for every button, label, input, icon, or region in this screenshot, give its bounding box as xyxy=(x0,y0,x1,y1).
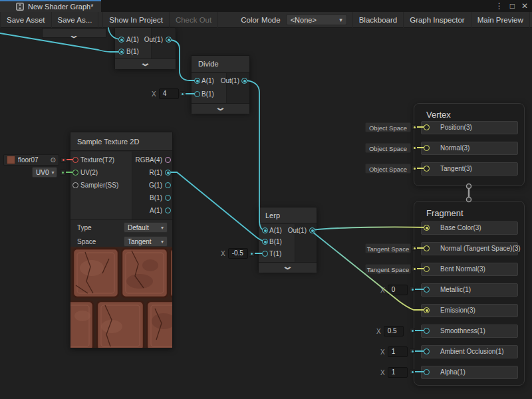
space-pill[interactable]: Object Space xyxy=(365,164,411,174)
window-close-icon[interactable]: ✕ xyxy=(521,0,528,12)
node-collapse-footer[interactable]: ⌄ xyxy=(115,59,176,69)
x-value-input[interactable]: 1 xyxy=(388,346,408,357)
fragment-row-base-color[interactable]: Base Color(3) xyxy=(421,221,518,235)
block-port[interactable] xyxy=(424,328,430,334)
input-port-b[interactable] xyxy=(194,91,200,97)
lerp-t-default-field[interactable]: X -0.5 xyxy=(221,248,248,259)
space-pill[interactable]: Object Space xyxy=(365,122,411,132)
block-port[interactable] xyxy=(424,166,430,172)
output-port-r[interactable] xyxy=(165,170,171,176)
sample-texture-2d-node[interactable]: Sample Texture 2D Texture(T2) UV(2) Samp… xyxy=(70,132,173,348)
input-port-a[interactable] xyxy=(194,78,200,84)
block-port[interactable] xyxy=(424,348,430,354)
uv-channel-dropdown[interactable]: UV0 ▾ xyxy=(32,167,57,178)
vertex-row-position[interactable]: Position(3) xyxy=(421,121,518,134)
input-port-a[interactable] xyxy=(262,227,268,233)
texture-object-field[interactable]: floor07 ⊙ xyxy=(3,154,59,166)
chevron-down-icon[interactable]: ⌄ xyxy=(68,31,79,40)
port-label-a: A(1) xyxy=(269,227,282,235)
input-port-b[interactable] xyxy=(262,239,268,245)
show-in-project-button[interactable]: Show In Project xyxy=(102,12,170,28)
collapsed-node-footer[interactable]: ⌄ xyxy=(42,28,106,38)
block-port[interactable] xyxy=(424,266,430,272)
port-label-uv: UV(2) xyxy=(80,169,98,177)
input-port-uv[interactable] xyxy=(72,170,78,176)
blackboard-toggle-button[interactable]: Blackboard xyxy=(352,12,404,28)
space-dropdown[interactable]: Tangent ▾ xyxy=(124,236,168,247)
output-port-g[interactable] xyxy=(165,182,171,188)
object-picker-icon[interactable]: ⊙ xyxy=(51,156,56,164)
window-more-icon[interactable]: ⋮ xyxy=(495,0,503,12)
fragment-row-emission[interactable]: Emission(3) xyxy=(421,304,518,317)
space-pill[interactable]: Tangent Space xyxy=(365,264,411,274)
type-dropdown[interactable]: Default ▾ xyxy=(124,222,168,233)
x-value-input[interactable]: -0.5 xyxy=(228,248,248,259)
node-title[interactable]: Lerp xyxy=(259,207,317,223)
input-port-sampler[interactable] xyxy=(72,182,78,188)
input-port-t[interactable] xyxy=(262,251,268,257)
row-label: Tangent(3) xyxy=(440,165,472,172)
vertex-block[interactable]: Vertex Position(3) Normal(3) Tangent(3) xyxy=(414,103,525,186)
fragment-row-smoothness[interactable]: Smoothness(1) xyxy=(421,325,518,338)
chevron-down-icon[interactable]: ⌄ xyxy=(140,59,151,67)
x-value-input[interactable]: 1 xyxy=(388,367,408,378)
divide-b-default-field[interactable]: X 4 xyxy=(152,88,179,99)
x-value-input[interactable]: 4 xyxy=(159,88,179,99)
block-port[interactable] xyxy=(424,145,430,151)
metallic-default-field[interactable]: X 0 xyxy=(380,285,408,295)
fragment-row-alpha[interactable]: Alpha(1) xyxy=(421,366,518,379)
block-port[interactable] xyxy=(424,307,430,313)
vertex-row-tangent[interactable]: Tangent(3) xyxy=(421,162,518,176)
port-label-a: A(1) xyxy=(110,207,162,215)
fragment-row-bent-normal[interactable]: Bent Normal(3) xyxy=(421,263,518,276)
input-port-texture[interactable] xyxy=(72,157,78,163)
color-mode-dropdown[interactable]: <None> ▾ xyxy=(286,14,347,25)
space-pill[interactable]: Object Space xyxy=(365,143,411,153)
block-port[interactable] xyxy=(424,287,430,293)
title-bar: New Shader Graph* ⋮ □ ✕ xyxy=(0,0,532,12)
row-label: Metallic(1) xyxy=(440,286,471,293)
output-port-a[interactable] xyxy=(165,207,171,213)
x-value-input[interactable]: 0.5 xyxy=(384,326,404,336)
add-node[interactable]: A(1) B(1) Out(1) ⌄ xyxy=(114,28,176,69)
graph-tab[interactable]: New Shader Graph* xyxy=(0,0,101,12)
output-port[interactable] xyxy=(166,37,172,43)
fragment-row-metallic[interactable]: Metallic(1) xyxy=(421,283,518,297)
smoothness-default-field[interactable]: X 0.5 xyxy=(376,326,404,336)
output-port-b[interactable] xyxy=(165,195,171,201)
block-port[interactable] xyxy=(424,245,430,251)
graph-inspector-toggle-button[interactable]: Graph Inspector xyxy=(404,12,471,28)
output-port-rgba[interactable] xyxy=(165,157,171,163)
ambient-occlusion-default-field[interactable]: X 1 xyxy=(380,346,408,357)
fragment-row-normal[interactable]: Normal (Tangent Space)(3) xyxy=(421,242,518,255)
alpha-default-field[interactable]: X 1 xyxy=(380,367,408,378)
window-maximize-icon[interactable]: □ xyxy=(510,0,515,12)
x-value-input[interactable]: 0 xyxy=(388,285,408,295)
texture-preview xyxy=(70,247,172,348)
input-port-a[interactable] xyxy=(118,37,124,43)
node-collapse-footer[interactable]: ⌄ xyxy=(192,103,249,114)
chevron-down-icon[interactable]: ⌄ xyxy=(215,104,226,112)
input-port-b[interactable] xyxy=(118,49,124,55)
chevron-down-icon: ▾ xyxy=(161,225,164,231)
divide-node[interactable]: Divide A(1) B(1) Out(1) ⌄ xyxy=(191,55,250,113)
save-asset-button[interactable]: Save Asset xyxy=(0,12,52,28)
node-title[interactable]: Divide xyxy=(192,56,249,72)
chevron-down-icon[interactable]: ⌄ xyxy=(282,263,293,271)
block-port[interactable] xyxy=(424,124,430,130)
node-title[interactable]: Sample Texture 2D xyxy=(70,132,172,151)
vertex-row-normal[interactable]: Normal(3) xyxy=(421,142,518,155)
lerp-node[interactable]: Lerp A(1) B(1) T(1) Out(1) ⌄ xyxy=(258,207,317,271)
space-pill[interactable]: Tangent Space xyxy=(365,243,411,253)
shader-graph-window: New Shader Graph* ⋮ □ ✕ Save Asset Save … xyxy=(0,0,532,399)
fragment-row-ambient-occlusion[interactable]: Ambient Occlusion(1) xyxy=(421,345,518,358)
save-as-button[interactable]: Save As... xyxy=(52,12,99,28)
port-label-b: B(1) xyxy=(269,238,282,246)
node-collapse-footer[interactable]: ⌄ xyxy=(259,262,317,273)
main-preview-toggle-button[interactable]: Main Preview xyxy=(471,12,530,28)
output-port[interactable] xyxy=(309,227,315,233)
fragment-block[interactable]: Fragment Base Color(3) Normal (Tangent S… xyxy=(414,201,525,386)
block-port[interactable] xyxy=(424,225,430,231)
output-port[interactable] xyxy=(241,78,247,84)
block-port[interactable] xyxy=(424,369,430,375)
